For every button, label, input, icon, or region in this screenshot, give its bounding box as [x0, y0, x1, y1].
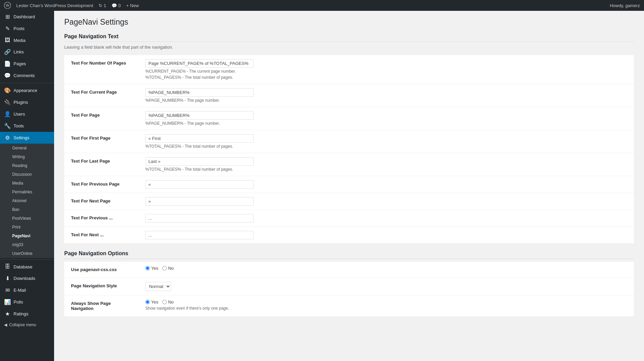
field-label-current-page: Text For Current Page — [64, 84, 139, 107]
field-label-prev-page: Text For Previous Page — [64, 176, 139, 193]
field-label-last-page: Text For Last Page — [64, 153, 139, 176]
submenu-item-permalinks[interactable]: Permalinks — [0, 188, 54, 196]
field-input-num-pages[interactable] — [145, 59, 254, 68]
sidebar-label-settings: Settings — [14, 135, 29, 140]
submenu-item-useronline[interactable]: UserOnline — [0, 249, 54, 258]
pages-icon: 📄 — [4, 61, 11, 67]
field-input-last-page[interactable] — [145, 157, 254, 166]
submenu-item-general[interactable]: General — [0, 144, 54, 152]
submenu-item-ban[interactable]: Ban — [0, 205, 54, 214]
always-show-hint: Show navigation even if there's only one… — [145, 306, 627, 311]
sidebar-item-email[interactable]: ✉ E-Mail — [0, 284, 54, 296]
collapse-menu-button[interactable]: ◀ Collapse menu — [0, 320, 54, 330]
submenu-item-pagenavi[interactable]: PageNavi — [0, 232, 54, 240]
table-row-nav-style: Page Navigation Style Normal Fancy — [64, 278, 634, 295]
field-input-next-page[interactable] — [145, 197, 254, 206]
table-row-use-css: Use pagenavi-css.css Yes No — [64, 262, 634, 278]
field-label-next-page: Text For Next Page — [64, 193, 139, 210]
media-icon: 🖼 — [4, 37, 11, 43]
table-row-prev-page: Text For Previous Page — [64, 176, 634, 193]
section1-description: Leaving a field blank will hide that par… — [64, 45, 634, 50]
field-input-prev-ellipsis[interactable] — [145, 214, 254, 222]
sidebar-item-dashboard[interactable]: ⊞ Dashboard — [0, 11, 54, 23]
nav-options-table: Use pagenavi-css.css Yes No — [64, 262, 634, 317]
sidebar-label-comments: Comments — [14, 73, 35, 78]
field-input-prev-page[interactable] — [145, 180, 254, 189]
site-name: Lester Chan's WordPress Development — [16, 3, 93, 8]
ratings-icon: ★ — [4, 311, 11, 317]
hint-num-pages-1: %CURRENT_PAGE% - The current page number… — [145, 69, 627, 74]
sidebar-item-posts[interactable]: ✎ Posts — [0, 23, 54, 34]
sidebar-item-polls[interactable]: 📊 Polls — [0, 296, 54, 308]
table-row-next-page: Text For Next Page — [64, 193, 634, 210]
comments-nav-icon: 💬 — [4, 72, 11, 79]
sidebar-item-settings[interactable]: ⚙ Settings — [0, 132, 54, 144]
use-css-no-label[interactable]: No — [162, 266, 174, 271]
always-show-yes-radio[interactable] — [145, 300, 150, 304]
submenu-item-discussion[interactable]: Discussion — [0, 170, 54, 179]
always-show-no-label[interactable]: No — [162, 299, 174, 305]
sidebar-item-tools[interactable]: 🔧 Tools — [0, 120, 54, 132]
sidebar-item-downloads[interactable]: ⬇ Downloads — [0, 272, 54, 284]
site-name-item[interactable]: Lester Chan's WordPress Development — [16, 3, 93, 8]
field-label-always-show: Always Show Page Navigation — [64, 295, 139, 317]
sidebar-item-comments[interactable]: 💬 Comments — [0, 70, 54, 81]
section2-title: Page Navigation Options — [64, 250, 634, 259]
sidebar-label-media: Media — [14, 38, 25, 43]
section1-title: Page Navigation Text — [64, 33, 634, 42]
sidebar-item-users[interactable]: 👤 Users — [0, 108, 54, 120]
new-item[interactable]: + New — [126, 3, 139, 8]
use-css-no-text: No — [168, 266, 174, 271]
plus-icon: + — [126, 3, 129, 8]
submenu-item-reading[interactable]: Reading — [0, 161, 54, 170]
field-input-first-page[interactable] — [145, 134, 254, 143]
field-label-first-page: Text For First Page — [64, 130, 139, 153]
always-show-yes-label[interactable]: Yes — [145, 299, 158, 305]
use-css-yes-label[interactable]: Yes — [145, 266, 158, 271]
sidebar-item-pages[interactable]: 📄 Pages — [0, 58, 54, 70]
always-show-no-radio[interactable] — [162, 300, 167, 304]
wp-logo-item[interactable]: W — [4, 2, 11, 9]
table-row-num-pages: Text For Number Of Pages %CURRENT_PAGE% … — [64, 55, 634, 84]
submenu-item-media-settings[interactable]: Media — [0, 179, 54, 188]
use-css-no-radio[interactable] — [162, 266, 167, 270]
submenu-item-print[interactable]: Print — [0, 223, 54, 232]
sidebar-item-database[interactable]: 🗄 Database — [0, 261, 54, 272]
submenu-item-writing[interactable]: Writing — [0, 152, 54, 161]
submenu-item-akismet[interactable]: Akismet — [0, 196, 54, 205]
use-css-radio-group: Yes No — [145, 266, 627, 271]
table-row-prev-ellipsis: Text For Previous ... — [64, 210, 634, 227]
dashboard-icon: ⊞ — [4, 14, 11, 20]
sidebar-label-tools: Tools — [14, 123, 24, 128]
always-show-yes-text: Yes — [151, 299, 158, 305]
updates-item[interactable]: ↻ 1 — [99, 3, 106, 8]
tools-icon: 🔧 — [4, 123, 11, 129]
sidebar-item-ratings[interactable]: ★ Ratings — [0, 308, 54, 320]
field-input-current-page[interactable] — [145, 88, 254, 97]
sidebar-item-appearance[interactable]: 🎨 Appearance — [0, 85, 54, 96]
use-css-yes-radio[interactable] — [145, 266, 150, 270]
field-label-use-css: Use pagenavi-css.css — [64, 262, 139, 278]
updates-count: 1 — [104, 3, 106, 8]
admin-sidebar: ⊞ Dashboard ✎ Posts 🖼 Media 🔗 Links 📄 Pa… — [0, 11, 54, 361]
updates-icon: ↻ — [99, 3, 102, 8]
collapse-menu-label: Collapse menu — [9, 322, 36, 327]
table-row-page: Text For Page %PAGE_NUMBER% - The page n… — [64, 107, 634, 130]
sidebar-item-media[interactable]: 🖼 Media — [0, 34, 54, 46]
nav-style-select[interactable]: Normal Fancy — [145, 282, 171, 291]
field-input-next-ellipsis[interactable] — [145, 231, 254, 239]
sidebar-label-users: Users — [14, 112, 25, 117]
posts-icon: ✎ — [4, 25, 11, 32]
submenu-item-mig33[interactable]: mig33 — [0, 240, 54, 249]
comments-icon: 💬 — [112, 3, 117, 8]
main-content: PageNavi Settings Page Navigation Text L… — [54, 11, 644, 361]
comments-item[interactable]: 💬 0 — [112, 3, 121, 8]
sidebar-item-plugins[interactable]: 🔌 Plugins — [0, 96, 54, 108]
submenu-item-postviews[interactable]: PostViews — [0, 214, 54, 223]
sidebar-label-links: Links — [14, 49, 24, 54]
svg-text:W: W — [6, 3, 9, 7]
sidebar-item-links[interactable]: 🔗 Links — [0, 46, 54, 58]
sidebar-label-appearance: Appearance — [14, 88, 37, 93]
field-input-page[interactable] — [145, 111, 254, 120]
field-label-prev-ellipsis: Text For Previous ... — [64, 210, 139, 227]
